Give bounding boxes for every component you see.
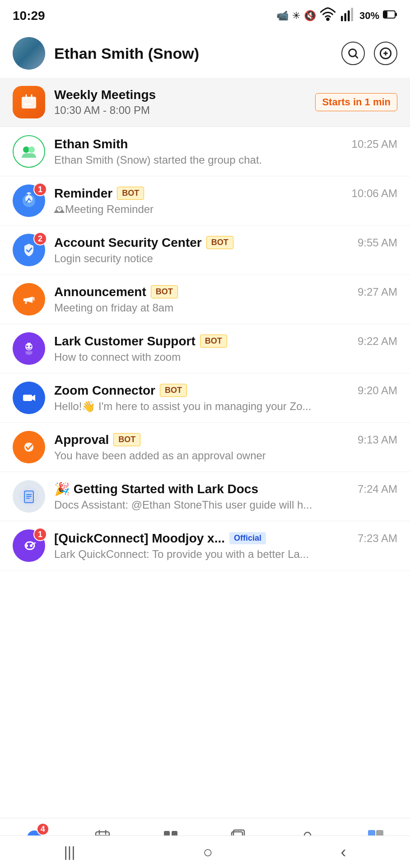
camera-icon: 📹 bbox=[276, 10, 289, 22]
avatar-wrap bbox=[13, 135, 45, 168]
add-button[interactable] bbox=[374, 42, 397, 65]
chat-preview: Lark QuickConnect: To provide you with a… bbox=[54, 548, 316, 561]
list-item[interactable]: 1 Reminder BOT 10:06 AM 🕰Meeting Reminde… bbox=[0, 176, 410, 226]
status-time: 10:29 bbox=[13, 9, 45, 23]
bluetooth-icon: ✳ bbox=[292, 10, 300, 22]
meeting-time-range: 10:30 AM - 8:00 PM bbox=[54, 104, 306, 117]
bot-badge: BOT bbox=[160, 384, 187, 397]
svg-point-19 bbox=[28, 146, 35, 153]
chat-content: Reminder BOT 10:06 AM 🕰Meeting Reminder bbox=[54, 186, 397, 216]
unread-badge: 1 bbox=[33, 183, 47, 196]
chat-time: 9:20 AM bbox=[358, 384, 397, 397]
svg-point-28 bbox=[32, 297, 35, 300]
battery-icon bbox=[383, 10, 397, 22]
status-bar: 10:29 📹 ✳ 🔇 30% bbox=[0, 0, 410, 30]
chat-time: 7:23 AM bbox=[358, 532, 397, 545]
bot-badge: BOT bbox=[117, 187, 144, 200]
mute-icon: 🔇 bbox=[304, 10, 316, 22]
svg-rect-6 bbox=[396, 13, 397, 16]
avatar bbox=[13, 382, 45, 414]
chat-name: 🎉 Getting Started with Lark Docs bbox=[54, 481, 258, 496]
list-item[interactable]: Approval BOT 9:13 AM You have been added… bbox=[0, 423, 410, 472]
svg-rect-2 bbox=[344, 13, 346, 21]
svg-point-0 bbox=[327, 18, 329, 20]
chat-content: Account Security Center BOT 9:55 AM Logi… bbox=[54, 236, 397, 265]
avatar-wrap bbox=[13, 382, 45, 414]
page-title: Ethan Smith (Snow) bbox=[54, 45, 341, 62]
meeting-avatar bbox=[13, 86, 45, 118]
status-icons: 📹 ✳ 🔇 30% bbox=[276, 6, 397, 25]
chat-content: Zoom Connector BOT 9:20 AM Hello!👋 I'm h… bbox=[54, 383, 397, 413]
svg-rect-1 bbox=[341, 16, 343, 21]
chat-time: 10:06 AM bbox=[352, 187, 397, 200]
bot-badge: BOT bbox=[206, 236, 233, 249]
meeting-banner[interactable]: Weekly Meetings 10:30 AM - 8:00 PM Start… bbox=[0, 78, 410, 127]
list-item[interactable]: Zoom Connector BOT 9:20 AM Hello!👋 I'm h… bbox=[0, 373, 410, 423]
android-recent-button[interactable]: ||| bbox=[64, 844, 75, 860]
svg-rect-13 bbox=[22, 97, 36, 100]
svg-rect-17 bbox=[28, 103, 31, 105]
chat-content: Lark Customer Support BOT 9:22 AM How to… bbox=[54, 334, 397, 363]
android-back-button[interactable]: ‹ bbox=[340, 843, 346, 862]
avatar bbox=[13, 431, 45, 463]
svg-rect-16 bbox=[24, 103, 27, 105]
svg-point-29 bbox=[33, 299, 35, 301]
unread-badge: 1 bbox=[33, 528, 47, 541]
chat-time: 9:55 AM bbox=[358, 236, 397, 249]
chat-preview: How to connect with zoom bbox=[54, 351, 316, 363]
chat-preview: Login security notice bbox=[54, 252, 316, 265]
chat-name: [QuickConnect] Moodjoy x... bbox=[54, 531, 225, 546]
chat-name: Announcement bbox=[54, 285, 146, 299]
list-item[interactable]: Announcement BOT 9:27 AM Meeting on frid… bbox=[0, 275, 410, 324]
chat-preview: Hello!👋 I'm here to assist you in managi… bbox=[54, 400, 316, 413]
avatar-wrap bbox=[13, 332, 45, 365]
unread-badge: 2 bbox=[33, 232, 47, 245]
chat-name: Reminder bbox=[54, 186, 112, 201]
svg-point-45 bbox=[25, 544, 28, 547]
list-item[interactable]: Lark Customer Support BOT 9:22 AM How to… bbox=[0, 324, 410, 373]
svg-rect-3 bbox=[348, 10, 350, 21]
android-home-button[interactable]: ○ bbox=[203, 843, 213, 862]
list-item[interactable]: 🎉 Getting Started with Lark Docs 7:24 AM… bbox=[0, 472, 410, 521]
svg-point-24 bbox=[28, 198, 30, 200]
meeting-title: Weekly Meetings bbox=[54, 88, 306, 102]
chat-content: 🎉 Getting Started with Lark Docs 7:24 AM… bbox=[54, 481, 397, 511]
chat-preview: Docs Assistant: @Ethan StoneThis user gu… bbox=[54, 499, 316, 511]
chat-preview: Ethan Smith (Snow) started the group cha… bbox=[54, 154, 316, 166]
meeting-starts-badge: Starts in 1 min bbox=[315, 93, 397, 111]
list-item[interactable]: 2 Account Security Center BOT 9:55 AM Lo… bbox=[0, 226, 410, 275]
avatar bbox=[13, 283, 45, 316]
chat-time: 9:13 AM bbox=[358, 434, 397, 446]
signal-icon bbox=[340, 6, 356, 25]
chat-content: Approval BOT 9:13 AM You have been added… bbox=[54, 433, 397, 462]
android-nav-bar: ||| ○ ‹ bbox=[0, 835, 410, 868]
chat-preview: 🕰Meeting Reminder bbox=[54, 203, 316, 216]
chat-name: Account Security Center bbox=[54, 236, 202, 250]
bot-badge: BOT bbox=[151, 285, 178, 298]
avatar bbox=[13, 332, 45, 365]
list-item[interactable]: Ethan Smith 10:25 AM Ethan Smith (Snow) … bbox=[0, 127, 410, 176]
list-item[interactable]: 1 [QuickConnect] Moodjoy x... Official 7… bbox=[0, 521, 410, 571]
avatar[interactable] bbox=[13, 37, 45, 70]
chat-content: Ethan Smith 10:25 AM Ethan Smith (Snow) … bbox=[54, 137, 397, 166]
messenger-badge: 4 bbox=[37, 823, 49, 835]
chat-preview: You have been added as an approval owner bbox=[54, 449, 316, 462]
chat-content: [QuickConnect] Moodjoy x... Official 7:2… bbox=[54, 531, 397, 561]
chat-time: 7:24 AM bbox=[358, 483, 397, 495]
chat-name: Zoom Connector bbox=[54, 383, 155, 398]
avatar bbox=[13, 480, 45, 513]
search-button[interactable] bbox=[341, 42, 365, 65]
avatar-wrap: 1 bbox=[13, 184, 45, 217]
chat-name: Lark Customer Support bbox=[54, 334, 196, 349]
avatar-wrap: 2 bbox=[13, 234, 45, 266]
svg-point-33 bbox=[30, 345, 32, 347]
avatar-wrap bbox=[13, 431, 45, 463]
svg-rect-4 bbox=[351, 8, 353, 21]
chat-time: 10:25 AM bbox=[352, 138, 397, 151]
header: Ethan Smith (Snow) bbox=[0, 30, 410, 78]
bot-badge: BOT bbox=[113, 433, 140, 446]
meeting-info: Weekly Meetings 10:30 AM - 8:00 PM bbox=[54, 88, 306, 117]
chat-list: Ethan Smith 10:25 AM Ethan Smith (Snow) … bbox=[0, 127, 410, 571]
avatar-wrap bbox=[13, 480, 45, 513]
svg-rect-36 bbox=[23, 395, 32, 401]
